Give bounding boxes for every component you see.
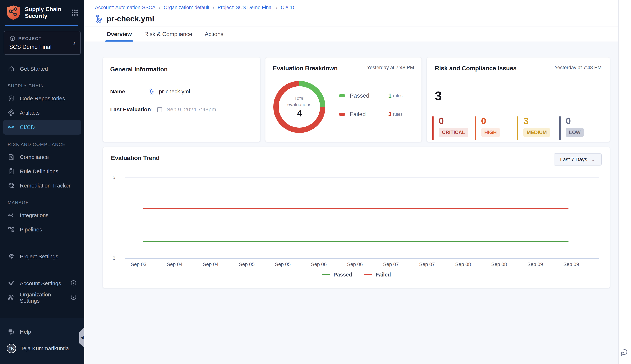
- breadcrumb-cicd[interactable]: CI/CD: [281, 5, 294, 10]
- collapse-arrow-icon: ◀: [81, 335, 84, 340]
- sidebar-item-compliance[interactable]: Compliance: [0, 150, 84, 164]
- evaluations-donut-chart: Total evaluations 4: [273, 81, 325, 133]
- x-tick: Sep 05: [232, 262, 261, 267]
- last-evaluation-row: Last Evaluation: Sep 9, 2024 7:48pm: [110, 106, 253, 113]
- high-count: 0: [481, 116, 517, 126]
- chevron-right-icon: ›: [213, 5, 214, 10]
- calendar-icon: [156, 106, 163, 113]
- tab-bar: Overview Risk & Compliance Actions: [84, 27, 618, 42]
- nav-label: Artifacts: [20, 110, 40, 116]
- name-label: Name:: [110, 88, 145, 95]
- y-tick-5: 5: [104, 175, 115, 180]
- trend-line-chart: 5 0 Sep 03 Sep 04 Sep 04 Sep 05 Sep 05 S…: [103, 169, 610, 272]
- info-icon[interactable]: [70, 294, 77, 302]
- x-axis-labels: Sep 03 Sep 04 Sep 04 Sep 05 Sep 05 Sep 0…: [124, 262, 586, 267]
- legend-label: Passed: [350, 92, 388, 99]
- avatar: TK: [7, 344, 16, 353]
- clipboard-check-icon: [8, 168, 15, 175]
- tab-risk-compliance[interactable]: Risk & Compliance: [143, 27, 193, 42]
- sidebar-item-code-repositories[interactable]: Code Repositories: [0, 91, 84, 106]
- app-switcher-grid-icon[interactable]: [71, 8, 79, 17]
- nav-label: Pipelines: [20, 226, 42, 233]
- chat-support-icon[interactable]: [620, 348, 629, 357]
- sidebar-nav: Get Started SUPPLY CHAIN Code Repositori…: [0, 62, 84, 305]
- nav-label: Project Settings: [20, 254, 58, 260]
- nav-label: Compliance: [20, 154, 49, 160]
- legend-value: 3: [388, 111, 391, 118]
- legend-failed[interactable]: Failed: [364, 272, 391, 278]
- chevron-down-icon: ⌄: [591, 157, 595, 162]
- critical-count: 0: [439, 116, 475, 126]
- x-tick: Sep 08: [449, 262, 478, 267]
- card-title: Risk and Compliance Issues: [435, 65, 517, 72]
- sidebar: Supply Chain Security PROJECT SCS Demo F…: [0, 0, 84, 364]
- app-title: Supply Chain Security: [25, 6, 66, 20]
- breadcrumb-account[interactable]: Account: Automation-SSCA: [95, 5, 155, 10]
- org-gear-icon: [8, 294, 15, 301]
- sidebar-item-artifacts[interactable]: Artifacts: [0, 106, 84, 120]
- chevron-right-icon: ›: [276, 5, 278, 10]
- severity-breakdown: 0 CRITICAL 0 HIGH 3 MEDIUM 0: [432, 116, 604, 140]
- user-menu[interactable]: TK Teja Kummarikuntla: [0, 339, 84, 358]
- x-tick: Sep 09: [520, 262, 550, 267]
- low-count: 0: [566, 116, 602, 126]
- x-tick: Sep 07: [376, 262, 406, 267]
- sidebar-item-rule-definitions[interactable]: Rule Definitions: [0, 164, 84, 178]
- app-root: Supply Chain Security PROJECT SCS Demo F…: [0, 0, 631, 364]
- home-icon: [8, 65, 15, 72]
- x-tick: Sep 06: [340, 262, 370, 267]
- sidebar-item-integrations[interactable]: Integrations: [0, 208, 84, 222]
- sidebar-item-project-settings[interactable]: Project Settings: [0, 250, 84, 264]
- brand-accent-rule: [5, 25, 78, 26]
- low-badge: LOW: [566, 128, 584, 137]
- sidebar-item-get-started[interactable]: Get Started: [0, 62, 84, 76]
- nav-label: Remediation Tracker: [20, 182, 71, 189]
- trend-range-select[interactable]: Last 7 Days ⌄: [554, 154, 602, 166]
- breadcrumb-project[interactable]: Project: SCS Demo Final: [218, 5, 273, 10]
- svg-text:?: ?: [10, 330, 11, 332]
- general-information-card: General Information Name: pr-check.yml L…: [103, 57, 260, 142]
- nav-label: Integrations: [20, 212, 49, 218]
- nav-label: CI/CD: [20, 124, 35, 130]
- severity-critical: 0 CRITICAL: [432, 116, 475, 140]
- donut-center-label: Total evaluations: [284, 96, 315, 108]
- sidebar-item-remediation-tracker[interactable]: Remediation Tracker: [0, 178, 84, 193]
- sidebar-item-organization-settings[interactable]: Organization Settings: [0, 290, 84, 305]
- name-value: pr-check.yml: [159, 88, 190, 95]
- tab-overview[interactable]: Overview: [105, 27, 133, 42]
- main-content: Account: Automation-SSCA › Organization:…: [84, 0, 618, 364]
- failed-swatch: [339, 113, 345, 116]
- card-title: General Information: [110, 66, 253, 73]
- package-icon: [8, 182, 15, 189]
- card-title: Evaluation Trend: [111, 154, 602, 162]
- info-icon[interactable]: [70, 280, 77, 287]
- sidebar-item-help[interactable]: ? Help: [0, 325, 84, 339]
- breadcrumb-organization[interactable]: Organization: default: [164, 5, 209, 10]
- right-rail: [618, 0, 631, 364]
- legend-unit: rules: [393, 112, 402, 117]
- help-chat-icon: ?: [8, 328, 15, 335]
- critical-badge: CRITICAL: [439, 128, 468, 137]
- project-label: PROJECT: [18, 36, 42, 41]
- x-tick: Sep 06: [304, 262, 333, 267]
- legend-passed[interactable]: Passed: [322, 272, 352, 278]
- timestamp: Yesterday at 7:48 PM: [555, 65, 602, 70]
- divider: [4, 243, 81, 243]
- range-value: Last 7 Days: [560, 156, 587, 162]
- legend-unit: rules: [393, 93, 402, 98]
- medium-badge: MEDIUM: [523, 128, 550, 137]
- nav-label: Code Repositories: [20, 96, 65, 102]
- last-evaluation-value: Sep 9, 2024 7:48pm: [167, 106, 216, 112]
- tab-actions[interactable]: Actions: [204, 27, 225, 42]
- sidebar-item-pipelines[interactable]: Pipelines: [0, 222, 84, 237]
- brand-header: Supply Chain Security: [0, 0, 84, 25]
- severity-medium: 3 MEDIUM: [517, 116, 559, 140]
- legend-value: 1: [388, 92, 391, 99]
- project-selector[interactable]: PROJECT SCS Demo Final ›: [4, 31, 81, 55]
- repository-icon: [8, 95, 15, 102]
- cube-icon: [9, 35, 16, 42]
- trend-legend: Passed Failed: [103, 272, 610, 278]
- x-tick: Sep 03: [124, 262, 153, 267]
- sidebar-item-cicd[interactable]: CI/CD: [3, 120, 81, 134]
- sidebar-item-account-settings[interactable]: Account Settings: [0, 276, 84, 290]
